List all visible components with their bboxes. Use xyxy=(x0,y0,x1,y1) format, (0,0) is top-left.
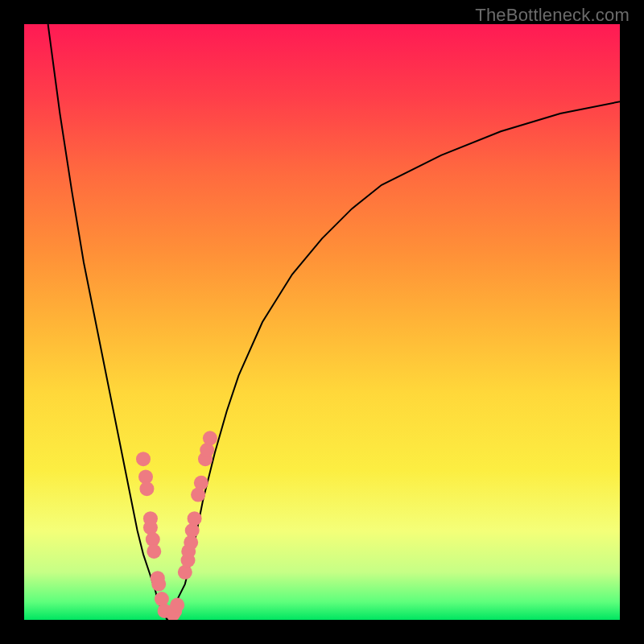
curve-right-branch xyxy=(167,101,620,620)
chart-frame: TheBottleneck.com xyxy=(0,0,644,644)
marker-dot xyxy=(147,544,161,559)
marker-dot xyxy=(139,481,154,496)
series-lines xyxy=(48,24,620,620)
marker-dot xyxy=(136,452,151,466)
marker-dot xyxy=(188,511,202,526)
plot-area xyxy=(24,24,620,620)
marker-dot xyxy=(203,431,217,445)
marker-dots xyxy=(136,431,217,620)
watermark-text: TheBottleneck.com xyxy=(475,5,630,26)
marker-dot xyxy=(151,577,166,592)
marker-dot xyxy=(194,476,208,490)
marker-dot xyxy=(170,598,184,613)
chart-svg xyxy=(24,24,620,620)
